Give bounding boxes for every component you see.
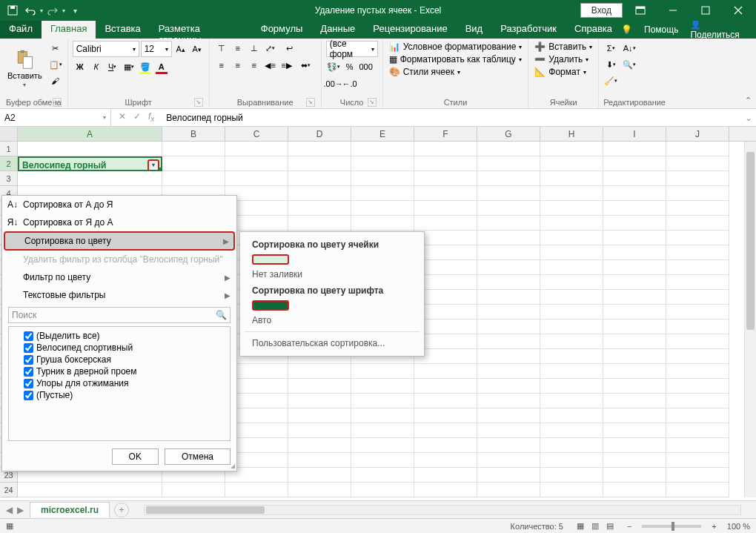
filter-value-item[interactable]: Турник в дверной проем — [12, 365, 227, 377]
cell[interactable] — [603, 320, 666, 334]
cell-A2[interactable]: Велосипед горный — [18, 156, 162, 171]
cell[interactable] — [351, 216, 414, 231]
cell[interactable] — [288, 483, 351, 497]
cell[interactable] — [477, 364, 540, 379]
cell[interactable] — [666, 423, 729, 438]
cell[interactable] — [603, 364, 666, 379]
cell[interactable] — [603, 408, 666, 423]
cell[interactable] — [666, 275, 729, 290]
cell[interactable] — [603, 394, 666, 408]
cell[interactable] — [666, 216, 729, 231]
ok-button[interactable]: OK — [112, 448, 159, 465]
sheet-nav-prev-icon[interactable]: ◀ — [6, 505, 13, 515]
share-button[interactable]: 👤 Поделиться — [690, 19, 749, 40]
resize-handle-icon[interactable]: ◢ — [231, 463, 235, 469]
cell[interactable] — [477, 216, 540, 231]
cell[interactable] — [603, 468, 666, 483]
cell[interactable] — [666, 483, 729, 497]
cell[interactable] — [477, 290, 540, 305]
col-header-B[interactable]: B — [162, 127, 225, 141]
cell[interactable] — [540, 364, 603, 379]
page-break-view-icon[interactable]: ▤ — [603, 520, 617, 532]
tab-view[interactable]: Вид — [457, 21, 492, 39]
cell[interactable] — [603, 231, 666, 245]
col-header-D[interactable]: D — [288, 127, 351, 141]
filter-value-item[interactable]: Груша боксерская — [12, 354, 227, 365]
cell[interactable] — [225, 156, 288, 171]
cell[interactable] — [162, 483, 225, 497]
cancel-button[interactable]: Отмена — [165, 448, 231, 465]
cell[interactable] — [540, 260, 603, 275]
cell[interactable] — [603, 275, 666, 290]
cell[interactable] — [666, 334, 729, 349]
decrease-font-icon[interactable]: A▾ — [190, 42, 205, 56]
cell[interactable] — [603, 201, 666, 216]
cell-styles-button[interactable]: 🎨Стили ячеек▾ — [388, 66, 524, 78]
cell[interactable] — [603, 142, 666, 156]
cell[interactable] — [540, 483, 603, 497]
format-cells-button[interactable]: 📐Формат▾ — [533, 66, 594, 78]
maximize-icon[interactable] — [691, 0, 720, 21]
cell[interactable] — [666, 394, 729, 408]
bold-button[interactable]: Ж — [73, 59, 87, 74]
cell[interactable] — [162, 156, 225, 171]
cell[interactable] — [603, 156, 666, 171]
cell[interactable] — [414, 201, 477, 216]
border-icon[interactable]: ▦▾ — [122, 59, 136, 74]
filter-checkbox[interactable] — [24, 355, 33, 365]
increase-decimal-icon[interactable]: .00→ — [326, 76, 341, 91]
cell[interactable] — [414, 216, 477, 231]
cell[interactable] — [477, 349, 540, 364]
cell[interactable] — [477, 186, 540, 201]
sheet-nav-next-icon[interactable]: ▶ — [17, 505, 24, 515]
cell[interactable] — [288, 201, 351, 216]
cell[interactable] — [603, 423, 666, 438]
cell[interactable] — [540, 216, 603, 231]
enter-formula-icon[interactable]: ✓ — [133, 111, 141, 123]
cell[interactable] — [603, 305, 666, 320]
cell[interactable] — [603, 260, 666, 275]
col-header-I[interactable]: I — [603, 127, 666, 141]
cell[interactable] — [18, 171, 162, 186]
cell[interactable] — [414, 156, 477, 171]
cell[interactable] — [540, 394, 603, 408]
help-link[interactable]: Помощь — [644, 24, 678, 35]
cell[interactable] — [540, 438, 603, 453]
cell[interactable] — [414, 453, 477, 468]
cell[interactable] — [351, 186, 414, 201]
cell[interactable] — [162, 171, 225, 186]
align-top-icon[interactable]: ⊤ — [214, 41, 229, 56]
cell[interactable] — [477, 438, 540, 453]
cell-color-swatch[interactable] — [252, 254, 289, 265]
sort-by-color-item[interactable]: Сортировка по цвету▶ — [4, 231, 235, 251]
filter-value-item[interactable]: (Пустые) — [12, 389, 227, 401]
comma-icon[interactable]: 000 — [359, 59, 374, 74]
font-launcher[interactable]: ↘ — [194, 98, 203, 107]
tab-review[interactable]: Рецензирование — [364, 21, 456, 39]
minimize-icon[interactable] — [658, 0, 688, 21]
cell[interactable] — [540, 379, 603, 394]
sheet-tab[interactable]: microexcel.ru — [30, 502, 110, 517]
number-launcher[interactable]: ↘ — [368, 98, 377, 107]
cell[interactable] — [288, 423, 351, 438]
cell[interactable] — [477, 245, 540, 260]
cell[interactable] — [666, 320, 729, 334]
wrap-text-icon[interactable]: ↩ — [279, 41, 300, 56]
delete-cells-button[interactable]: ➖Удалить▾ — [533, 53, 594, 65]
cell[interactable] — [540, 453, 603, 468]
add-sheet-button[interactable]: + — [114, 503, 129, 517]
cell[interactable] — [351, 483, 414, 497]
cell[interactable] — [666, 245, 729, 260]
text-filters-item[interactable]: Текстовые фильтры▶ — [2, 286, 236, 304]
filter-search-input[interactable]: Поиск🔍 — [8, 307, 231, 323]
row-header-1[interactable]: 1 — [0, 142, 18, 156]
cell[interactable] — [666, 201, 729, 216]
cell[interactable] — [540, 468, 603, 483]
sort-az-item[interactable]: A↓Сортировка от А до Я — [2, 196, 236, 213]
cell[interactable] — [666, 186, 729, 201]
cell[interactable] — [540, 201, 603, 216]
cell[interactable] — [288, 468, 351, 483]
filter-value-item[interactable]: (Выделить все) — [12, 330, 227, 342]
undo-icon[interactable] — [22, 2, 39, 19]
cell[interactable] — [603, 171, 666, 186]
